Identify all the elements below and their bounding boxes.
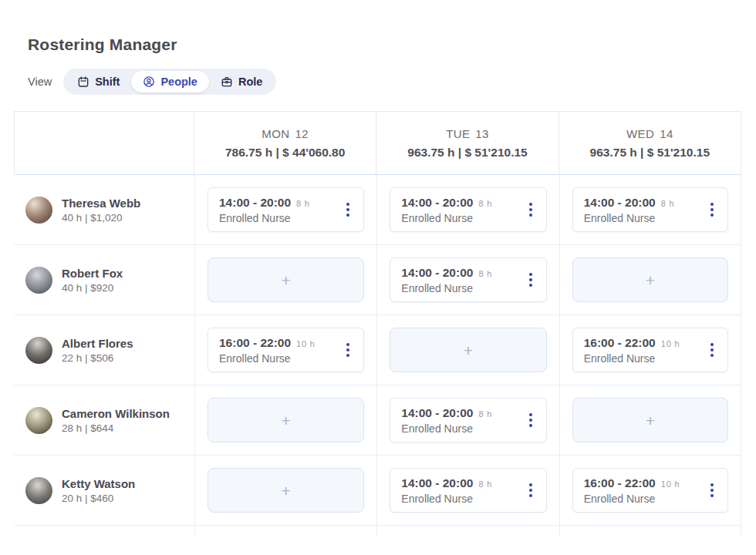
kebab-icon	[346, 203, 349, 206]
add-shift-button[interactable]: +	[572, 398, 728, 442]
shift-menu-button[interactable]	[707, 198, 717, 221]
day-header-wed: WED14 963.75 h | $ 51'210.15	[559, 111, 741, 175]
shift-menu-button[interactable]	[707, 479, 717, 502]
shift-time: 16:00 - 22:00	[584, 336, 656, 350]
kebab-icon	[710, 343, 714, 346]
day-name: WED	[626, 127, 654, 140]
person-summary: 40 h | $1,020	[62, 212, 140, 224]
view-option-people[interactable]: People	[131, 71, 209, 92]
schedule-cell: +	[194, 385, 376, 456]
roster-table: MON12 786.75 h | $ 44'060.80 TUE13 963.7…	[14, 111, 741, 537]
person-info: Ketty Watson 20 h | $460	[14, 456, 194, 526]
shift-time: 16:00 - 22:00	[584, 476, 656, 490]
shift-card[interactable]: 16:00 - 22:00 10 h Enrolled Nurse	[572, 468, 728, 513]
shift-menu-button[interactable]	[343, 338, 353, 362]
shift-menu-button[interactable]	[525, 409, 536, 432]
plus-icon: +	[282, 272, 291, 288]
person-info	[14, 526, 194, 536]
view-option-role[interactable]: Role	[209, 71, 274, 92]
person-name: Robert Fox	[62, 267, 123, 280]
kebab-icon	[529, 273, 532, 276]
schedule-cell: +	[559, 385, 741, 456]
shift-card[interactable]: 16:00 - 22:00 10 h Enrolled Nurse	[208, 328, 364, 372]
shift-time: 14:00 - 20:00	[584, 196, 656, 210]
plus-icon: +	[464, 342, 473, 358]
avatar	[25, 337, 52, 364]
kebab-icon	[529, 203, 532, 206]
person-row: Ketty Watson 20 h | $460 + 14:00 - 20:00…	[14, 456, 741, 526]
user-circle-icon	[143, 76, 155, 88]
avatar	[25, 197, 52, 224]
shift-card[interactable]: 14:00 - 20:00 8 h Enrolled Nurse	[390, 257, 546, 302]
shift-time: 14:00 - 20:00	[401, 476, 473, 490]
shift-time: 14:00 - 20:00	[401, 406, 473, 420]
person-row: Robert Fox 40 h | $920 + 14:00 - 20:00 8…	[14, 245, 741, 315]
add-shift-button[interactable]: +	[390, 328, 546, 372]
shift-card[interactable]: 14:00 - 20:00 8 h Enrolled Nurse	[390, 398, 546, 442]
shift-role: Enrolled Nurse	[219, 352, 316, 365]
add-shift-button[interactable]: +	[208, 468, 364, 513]
schedule-cell: 14:00 - 20:00 8 h Enrolled Nurse	[559, 175, 741, 245]
schedule-cell	[194, 526, 376, 536]
person-row: Albert Flores 22 h | $506 16:00 - 22:00 …	[14, 315, 741, 385]
shift-time: 14:00 - 20:00	[219, 196, 291, 210]
schedule-cell: +	[376, 315, 559, 385]
page-title: Rostering Manager	[28, 35, 756, 54]
avatar	[25, 407, 52, 434]
shift-role: Enrolled Nurse	[584, 352, 680, 365]
shift-card[interactable]: 14:00 - 20:00 8 h Enrolled Nurse	[390, 468, 546, 513]
schedule-cell: +	[194, 245, 376, 315]
shift-role: Enrolled Nurse	[584, 212, 675, 224]
shift-duration: 8 h	[478, 199, 492, 208]
day-summary: 786.75 h | $ 44'060.80	[225, 146, 345, 160]
shift-menu-button[interactable]	[343, 198, 353, 221]
person-row: Theresa Webb 40 h | $1,020 14:00 - 20:00…	[14, 175, 741, 245]
add-shift-button[interactable]: +	[572, 257, 728, 302]
schedule-cell: 14:00 - 20:00 8 h Enrolled Nurse	[376, 175, 559, 245]
person-name: Albert Flores	[62, 337, 133, 350]
shift-card[interactable]: 14:00 - 20:00 8 h Enrolled Nurse	[208, 187, 364, 232]
kebab-icon	[529, 413, 532, 416]
shift-duration: 10 h	[296, 339, 316, 348]
view-switcher: Shift People	[63, 69, 276, 95]
schedule-cell: 16:00 - 22:00 10 h Enrolled Nurse	[559, 456, 741, 526]
shift-menu-button[interactable]	[707, 338, 717, 362]
view-row: View Shift	[28, 69, 756, 95]
person-row-partial	[14, 526, 741, 536]
calendar-icon	[77, 76, 89, 88]
kebab-icon	[346, 343, 349, 346]
add-shift-button[interactable]: +	[208, 257, 364, 302]
kebab-icon	[710, 483, 714, 486]
shift-card[interactable]: 16:00 - 22:00 10 h Enrolled Nurse	[572, 328, 728, 372]
person-name: Theresa Webb	[62, 197, 140, 210]
shift-role: Enrolled Nurse	[401, 493, 492, 505]
shift-card[interactable]: 14:00 - 20:00 8 h Enrolled Nurse	[572, 187, 728, 232]
schedule-cell: +	[194, 456, 376, 526]
person-name: Ketty Watson	[62, 477, 135, 490]
view-option-shift[interactable]: Shift	[66, 71, 131, 92]
person-info: Robert Fox 40 h | $920	[14, 245, 194, 315]
add-shift-button[interactable]: +	[208, 398, 364, 442]
plus-icon: +	[282, 412, 291, 429]
shift-menu-button[interactable]	[525, 479, 536, 502]
shift-time: 16:00 - 22:00	[219, 336, 291, 350]
header-row: MON12 786.75 h | $ 44'060.80 TUE13 963.7…	[14, 111, 741, 175]
shift-duration: 10 h	[661, 339, 680, 348]
day-name: MON	[262, 127, 289, 140]
day-date: 13	[475, 127, 489, 140]
shift-menu-button[interactable]	[525, 268, 536, 291]
person-summary: 22 h | $506	[62, 352, 133, 364]
shift-menu-button[interactable]	[525, 198, 536, 221]
schedule-cell: 14:00 - 20:00 8 h Enrolled Nurse	[376, 456, 559, 526]
day-header-mon: MON12 786.75 h | $ 44'060.80	[194, 111, 376, 175]
person-info: Cameron Wilkinson 28 h | $644	[14, 385, 194, 456]
shift-role: Enrolled Nurse	[219, 212, 310, 224]
shift-role: Enrolled Nurse	[401, 282, 492, 294]
avatar	[25, 267, 52, 294]
shift-card[interactable]: 14:00 - 20:00 8 h Enrolled Nurse	[390, 187, 546, 232]
day-name: TUE	[446, 127, 470, 140]
person-info: Theresa Webb 40 h | $1,020	[14, 175, 194, 245]
shift-time: 14:00 - 20:00	[401, 196, 473, 210]
day-date: 12	[295, 127, 309, 140]
schedule-cell: 16:00 - 22:00 10 h Enrolled Nurse	[194, 315, 376, 385]
